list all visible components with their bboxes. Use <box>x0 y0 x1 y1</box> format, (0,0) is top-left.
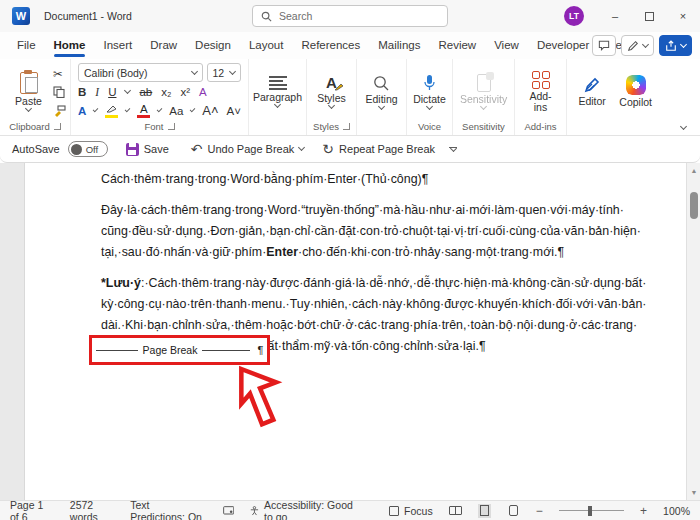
paste-button[interactable]: Paste <box>4 63 53 120</box>
editor-icon <box>583 76 601 94</box>
font-group: Calibri (Body) 12 B I U ab x₂ x² A A <box>70 59 248 135</box>
shrink-font-button[interactable]: A˅ <box>227 105 241 117</box>
font-size-select[interactable]: 12 <box>207 63 242 82</box>
undo-icon: ↶ <box>191 143 203 155</box>
change-case-button[interactable]: Aa <box>169 105 183 117</box>
tab-mailings[interactable]: Mailings <box>369 33 429 58</box>
tab-design[interactable]: Design <box>186 33 240 58</box>
underline-button[interactable]: U <box>108 86 116 98</box>
focus-mode-button[interactable]: Focus <box>389 505 433 517</box>
close-button[interactable]: × <box>666 0 700 32</box>
doc-heading: Cách·thêm·trang·trong·Word·bằng·phím·Ent… <box>101 169 667 190</box>
font-color-button[interactable]: A <box>137 104 150 118</box>
save-button[interactable]: Save <box>126 143 169 156</box>
zoom-level[interactable]: 100% <box>663 505 690 517</box>
clear-formatting-button[interactable]: A <box>199 86 207 98</box>
vertical-scrollbar[interactable]: ▲ ▼ <box>686 163 700 500</box>
paragraph-group: Paragraph <box>248 59 306 135</box>
text-effects-button[interactable]: A <box>78 105 86 117</box>
search-icon <box>261 11 272 22</box>
accessibility-status[interactable]: Accessibility: Good to go <box>250 499 357 520</box>
zoom-in-button[interactable]: + <box>640 506 647 516</box>
dictate-icon <box>423 74 436 92</box>
format-painter-button[interactable] <box>53 105 66 117</box>
search-input[interactable]: Search <box>252 5 448 27</box>
doc-line: *Lưu·ý:·Cách·thêm·trang·này·được·đánh·gi… <box>101 273 667 294</box>
paragraph-button[interactable]: Paragraph <box>253 63 302 120</box>
addins-button[interactable]: Add-ins <box>519 63 562 120</box>
comments-button[interactable] <box>592 35 616 56</box>
cut-button[interactable]: ✂ <box>53 68 66 80</box>
tab-file[interactable]: File <box>8 33 45 58</box>
copilot-button[interactable]: Copilot <box>613 63 658 120</box>
bold-button[interactable]: B <box>78 86 86 98</box>
scrollbar-thumb[interactable] <box>690 192 698 219</box>
document-page[interactable]: Cách·thêm·trang·trong·Word·bằng·phím·Ent… <box>24 163 686 500</box>
print-layout-button[interactable] <box>478 504 491 518</box>
undo-button[interactable]: ↶ Undo Page Break <box>191 143 305 155</box>
editing-button[interactable]: Editing <box>361 63 402 120</box>
text-predictions[interactable]: Text Predictions: On <box>130 499 207 520</box>
clipboard-dialog-launcher[interactable] <box>54 123 61 130</box>
superscript-button[interactable]: x² <box>180 86 190 98</box>
highlight-button[interactable] <box>105 104 118 118</box>
print-layout-icon <box>480 505 489 516</box>
read-mode-button[interactable] <box>449 504 462 518</box>
page-break-marker: Page Break ¶ <box>96 344 264 356</box>
web-layout-button[interactable] <box>507 504 520 518</box>
autosave-toggle[interactable]: Off <box>68 141 108 157</box>
highlight-dropdown[interactable] <box>125 106 131 112</box>
addins-group: Add-ins Add-ins <box>514 59 566 135</box>
font-dialog-launcher[interactable] <box>168 123 175 130</box>
clipboard-group: Paste ✂ Clipboard <box>0 59 70 135</box>
grow-font-button[interactable]: A˄ <box>202 105 218 117</box>
user-avatar[interactable]: LT <box>564 6 584 26</box>
tab-insert[interactable]: Insert <box>94 33 141 58</box>
strikethrough-button[interactable]: ab <box>139 86 152 98</box>
scroll-up-icon[interactable]: ▲ <box>687 164 700 177</box>
redo-button[interactable]: ↻ Repeat Page Break <box>322 143 435 155</box>
customize-toolbar-button[interactable] <box>449 147 457 151</box>
paste-icon <box>20 72 38 94</box>
document-text: Cách·thêm·trang·trong·Word·bằng·phím·Ent… <box>101 169 667 357</box>
sensitivity-group: Sensitivity Sensitivity <box>452 59 514 135</box>
undo-dropdown[interactable] <box>298 144 305 151</box>
collapse-ribbon-button[interactable] <box>680 123 687 130</box>
word-count[interactable]: 2572 words <box>70 499 114 520</box>
tab-view[interactable]: View <box>485 33 528 58</box>
inking-button[interactable] <box>621 35 654 56</box>
maximize-button[interactable] <box>632 0 666 32</box>
copy-button[interactable] <box>53 86 65 98</box>
doc-line: tại,·sau·đó·nhấn·và·giữ·phím·Enter·cho·đ… <box>101 242 667 263</box>
text-effects-dropdown[interactable] <box>93 106 99 112</box>
styles-icon: A <box>326 75 337 91</box>
editor-button[interactable]: Editor <box>571 63 613 120</box>
styles-button[interactable]: A Styles <box>311 63 352 120</box>
ink-pen-icon <box>627 40 639 52</box>
change-case-dropdown[interactable] <box>190 106 196 112</box>
font-name-select[interactable]: Calibri (Body) <box>78 63 203 82</box>
subscript-button[interactable]: x₂ <box>161 86 171 98</box>
font-color-dropdown[interactable] <box>157 106 163 112</box>
page-indicator[interactable]: Page 1 of 6 <box>10 499 54 520</box>
zoom-out-button[interactable]: − <box>536 506 543 516</box>
minimize-button[interactable]: – <box>598 0 632 32</box>
tab-layout[interactable]: Layout <box>240 33 293 58</box>
underline-dropdown[interactable] <box>124 86 131 93</box>
status-bar: Page 1 of 6 2572 words Text Predictions:… <box>0 500 700 520</box>
dictate-button[interactable]: Dictate <box>411 63 448 120</box>
italic-button[interactable]: I <box>95 86 99 98</box>
zoom-slider[interactable] <box>559 510 624 512</box>
tab-review[interactable]: Review <box>429 33 485 58</box>
scroll-down-icon[interactable]: ▼ <box>687 486 700 499</box>
screen-reader-icon[interactable] <box>223 505 234 516</box>
save-icon <box>126 143 139 156</box>
tab-draw[interactable]: Draw <box>141 33 186 58</box>
styles-dialog-launcher[interactable] <box>343 123 350 130</box>
tab-home[interactable]: Home <box>45 33 95 58</box>
share-button[interactable] <box>659 35 692 56</box>
tab-references[interactable]: References <box>292 33 369 58</box>
zoom-slider-handle[interactable] <box>588 506 592 516</box>
tab-developer[interactable]: Developer <box>528 33 598 58</box>
editor-copilot-group: Editor Copilot <box>566 59 662 135</box>
